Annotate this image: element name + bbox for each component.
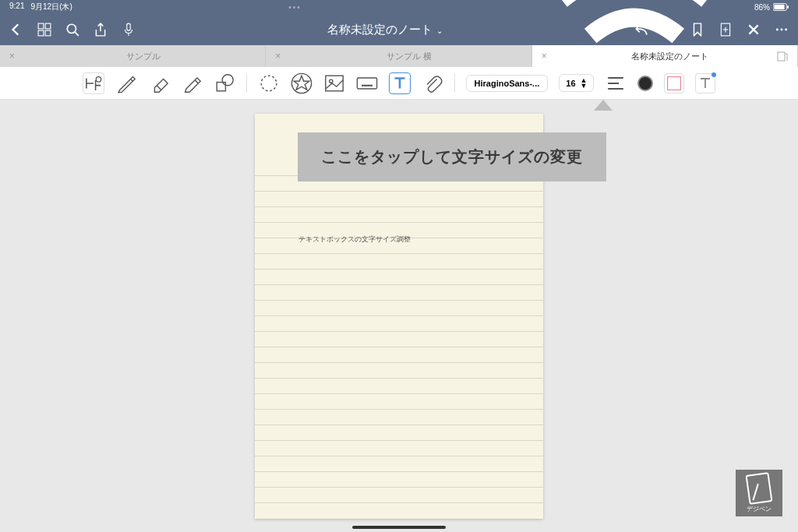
svg-point-13 xyxy=(785,29,787,31)
eraser-icon[interactable] xyxy=(148,72,170,94)
svg-rect-2 xyxy=(774,5,784,9)
textbox-content[interactable]: テキストボックスの文字サイズ調整 xyxy=(298,234,411,245)
align-icon[interactable] xyxy=(605,72,627,94)
home-indicator[interactable] xyxy=(352,526,446,529)
pen-icon[interactable] xyxy=(115,72,137,94)
mic-icon[interactable] xyxy=(122,23,136,37)
svg-rect-22 xyxy=(357,78,376,89)
svg-point-15 xyxy=(96,76,101,82)
toolbar: HiraginoSans-... 16▲▼ xyxy=(0,67,798,100)
lasso-icon[interactable] xyxy=(258,72,280,94)
keyboard-icon[interactable] xyxy=(356,72,378,94)
svg-point-12 xyxy=(781,29,783,31)
tab-sample[interactable]: ×サンプル xyxy=(0,45,266,67)
svg-rect-5 xyxy=(45,23,51,29)
zoom-tool-icon[interactable] xyxy=(83,72,104,94)
attachment-icon[interactable] xyxy=(422,72,443,94)
box-toggle-icon[interactable] xyxy=(664,73,684,93)
undo-icon[interactable] xyxy=(634,23,648,37)
svg-rect-7 xyxy=(45,30,51,36)
tab-close-icon[interactable]: × xyxy=(542,51,547,62)
callout-arrow xyxy=(594,100,613,111)
tablet-icon xyxy=(746,472,773,505)
battery-icon xyxy=(773,3,789,11)
redo-icon[interactable] xyxy=(662,23,676,37)
svg-point-17 xyxy=(222,74,233,85)
tab-untitled[interactable]: ×名称未設定のノート xyxy=(532,45,798,67)
bookmark-icon[interactable] xyxy=(690,23,704,37)
brand-logo: デジペン xyxy=(736,470,782,516)
svg-rect-14 xyxy=(778,52,785,61)
svg-rect-9 xyxy=(127,23,131,30)
multitask-dots[interactable]: ••• xyxy=(72,3,517,12)
svg-rect-23 xyxy=(668,76,681,90)
tab-close-icon[interactable]: × xyxy=(275,51,281,62)
add-page-icon[interactable] xyxy=(719,23,733,37)
svg-point-11 xyxy=(776,29,779,31)
text-color-picker[interactable] xyxy=(637,76,653,91)
svg-point-8 xyxy=(67,24,76,33)
status-date: 9月12日(木) xyxy=(30,2,72,12)
annotation-callout: ここをタップして文字サイズの変更 xyxy=(298,132,606,181)
status-bar: 9:21 9月12日(木) ••• 86% xyxy=(0,0,798,14)
more-icon[interactable] xyxy=(775,23,789,37)
text-tool-icon[interactable] xyxy=(389,72,411,94)
svg-rect-3 xyxy=(787,5,789,9)
back-icon[interactable] xyxy=(9,23,23,37)
toolbar-separator xyxy=(246,74,247,93)
brand-label: デジペン xyxy=(747,505,772,513)
tab-close-icon[interactable]: × xyxy=(9,51,15,62)
close-icon[interactable] xyxy=(747,23,761,37)
tab-sample-wide[interactable]: ×サンプル 横 xyxy=(266,45,531,67)
search-icon[interactable] xyxy=(65,23,79,37)
status-time: 9:21 xyxy=(9,2,24,12)
document-title[interactable]: 名称未設定のノート ⌄ xyxy=(150,23,620,37)
image-icon[interactable] xyxy=(323,72,345,94)
stepper-icon: ▲▼ xyxy=(581,78,588,88)
paper-lines xyxy=(255,160,543,519)
svg-point-18 xyxy=(261,76,277,91)
grid-icon[interactable] xyxy=(37,23,51,37)
svg-rect-6 xyxy=(38,30,44,36)
text-style-toggle-icon[interactable] xyxy=(695,73,715,93)
highlighter-icon[interactable] xyxy=(181,72,203,94)
svg-point-21 xyxy=(329,79,332,83)
toolbar-separator xyxy=(454,74,455,93)
tab-bar: ×サンプル ×サンプル 横 ×名称未設定のノート xyxy=(0,45,798,67)
tab-options-icon[interactable] xyxy=(777,51,788,62)
shapes-icon[interactable] xyxy=(214,72,235,94)
svg-rect-4 xyxy=(38,23,44,29)
battery-percent: 86% xyxy=(754,3,770,12)
stamp-icon[interactable] xyxy=(291,72,312,94)
share-icon[interactable] xyxy=(94,23,108,37)
font-selector[interactable]: HiraginoSans-... xyxy=(466,75,549,92)
font-size-selector[interactable]: 16▲▼ xyxy=(559,74,594,92)
